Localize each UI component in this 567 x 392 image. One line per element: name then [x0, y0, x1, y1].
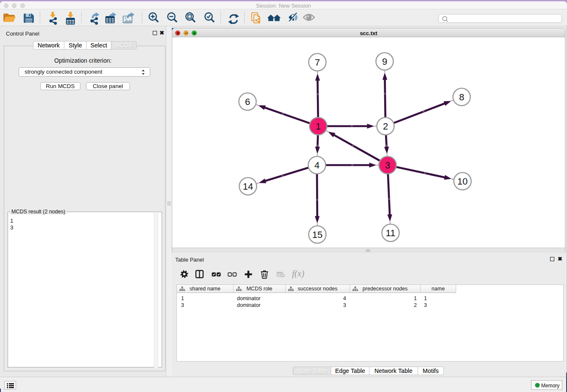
svg-text:8: 8 — [459, 92, 464, 102]
svg-text:2: 2 — [383, 121, 388, 132]
svg-text:15: 15 — [312, 229, 322, 240]
svg-text:7: 7 — [315, 57, 320, 68]
svg-text:11: 11 — [386, 228, 396, 238]
svg-text:4: 4 — [314, 160, 319, 171]
svg-text:6: 6 — [245, 97, 250, 107]
svg-text:14: 14 — [243, 181, 253, 192]
svg-text:3: 3 — [385, 160, 390, 171]
svg-text:9: 9 — [382, 56, 387, 67]
svg-text:10: 10 — [457, 176, 468, 187]
svg-text:1: 1 — [316, 121, 321, 132]
